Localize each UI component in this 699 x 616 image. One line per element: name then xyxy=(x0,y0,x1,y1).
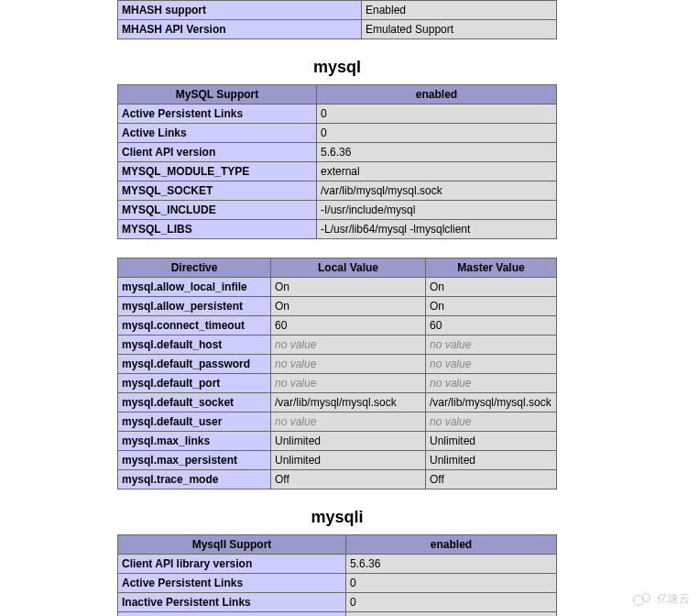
header-cell: enabled xyxy=(317,85,557,104)
watermark-text: 亿速云 xyxy=(657,591,690,607)
header-cell: Master Value xyxy=(426,258,557,278)
table-row: mysql.default_socket/var/lib/mysql/mysql… xyxy=(118,393,557,412)
cell-local: no value xyxy=(271,355,426,374)
mysql-directive-table: Directive Local Value Master Value mysql… xyxy=(117,258,557,490)
table-row: Active Links0 xyxy=(118,124,557,143)
cell-key: mysql.default_host xyxy=(118,336,271,355)
cell-key: mysql.default_password xyxy=(118,355,271,374)
cell-key: Active Persistent Links xyxy=(118,104,317,124)
table-row: mysql.allow_local_infileOnOn xyxy=(118,278,557,297)
cell-key: Client API library version xyxy=(118,555,346,574)
table-row: Active Links0 xyxy=(118,612,557,617)
cell-key: MYSQL_INCLUDE xyxy=(118,201,317,220)
watermark: 亿速云 xyxy=(633,591,690,607)
section-title-mysql: mysql xyxy=(117,58,557,77)
table-row: mysql.allow_persistentOnOn xyxy=(118,297,557,316)
cell-local: 60 xyxy=(271,316,426,336)
table-row: MHASH API Version Emulated Support xyxy=(118,20,557,39)
cell-key: MYSQL_MODULE_TYPE xyxy=(118,162,317,182)
cell-key: mysql.trace_mode xyxy=(118,470,271,490)
header-cell: MySQL Support xyxy=(118,85,317,104)
cell-value: Emulated Support xyxy=(362,20,557,39)
cell-key: Active Links xyxy=(118,612,346,617)
cell-key: mysql.connect_timeout xyxy=(118,316,271,336)
cell-value: Enabled xyxy=(362,1,557,20)
cell-local: no value xyxy=(271,412,426,432)
cell-value: 0 xyxy=(317,104,557,124)
header-cell: Local Value xyxy=(271,258,426,278)
cell-value: 0 xyxy=(346,593,557,612)
cell-key: mysql.max_links xyxy=(118,432,271,451)
cell-key: MHASH support xyxy=(118,1,362,20)
cell-key: MHASH API Version xyxy=(118,20,362,39)
cell-master: On xyxy=(426,297,557,316)
cell-value: 0 xyxy=(346,574,557,593)
section-title-mysqli: mysqli xyxy=(117,508,557,527)
mysql-support-table: MySQL Support enabled Active Persistent … xyxy=(117,84,557,239)
cell-key: mysql.allow_local_infile xyxy=(118,278,271,297)
cell-key: mysql.max_persistent xyxy=(118,451,271,470)
table-row: MYSQL_MODULE_TYPEexternal xyxy=(118,162,557,182)
table-row: mysql.default_portno valueno value xyxy=(118,374,557,393)
cell-local: no value xyxy=(271,336,426,355)
cell-value: -L/usr/lib64/mysql -lmysqlclient xyxy=(317,220,557,239)
table-row: mysql.default_hostno valueno value xyxy=(118,336,557,355)
cell-value: 0 xyxy=(317,124,557,143)
table-row: mysql.connect_timeout6060 xyxy=(118,316,557,336)
cell-local: On xyxy=(271,297,426,316)
cell-key: mysql.default_user xyxy=(118,412,271,432)
table-row: Client API version5.6.36 xyxy=(118,143,557,162)
cell-master: no value xyxy=(426,374,557,393)
cell-master: 60 xyxy=(426,316,557,336)
cell-key: MYSQL_LIBS xyxy=(118,220,317,239)
table-row: MYSQL_LIBS-L/usr/lib64/mysql -lmysqlclie… xyxy=(118,220,557,239)
cell-local: /var/lib/mysql/mysql.sock xyxy=(271,393,426,412)
cell-local: Off xyxy=(271,470,426,490)
cell-master: no value xyxy=(426,412,557,432)
table-row: Client API library version5.6.36 xyxy=(118,555,557,574)
cell-master: Off xyxy=(426,470,557,490)
cell-value: /var/lib/mysql/mysql.sock xyxy=(317,182,557,201)
table-row: mysql.default_userno valueno value xyxy=(118,412,557,432)
table-row: MHASH support Enabled xyxy=(118,1,557,20)
cell-key: Active Links xyxy=(118,124,317,143)
table-row: Active Persistent Links0 xyxy=(118,574,557,593)
mysqli-support-table: MysqlI Support enabled Client API librar… xyxy=(117,534,557,616)
cell-value: -I/usr/include/mysql xyxy=(317,201,557,220)
cell-master: no value xyxy=(426,355,557,374)
table-row: mysql.trace_modeOffOff xyxy=(118,470,557,490)
cell-master: Unlimited xyxy=(426,451,557,470)
cell-master: /var/lib/mysql/mysql.sock xyxy=(426,393,557,412)
cell-master: Unlimited xyxy=(426,432,557,451)
header-cell: Directive xyxy=(118,258,271,278)
table-row: Inactive Persistent Links0 xyxy=(118,593,557,612)
cell-key: mysql.allow_persistent xyxy=(118,297,271,316)
cell-key: Inactive Persistent Links xyxy=(118,593,346,612)
table-row: MYSQL_SOCKET/var/lib/mysql/mysql.sock xyxy=(118,182,557,201)
cell-local: Unlimited xyxy=(271,432,426,451)
cell-key: Client API version xyxy=(118,143,317,162)
cell-master: On xyxy=(426,278,557,297)
cell-key: Active Persistent Links xyxy=(118,574,346,593)
mhash-table: MHASH support Enabled MHASH API Version … xyxy=(117,0,557,39)
cell-value: 0 xyxy=(346,612,557,617)
cell-local: On xyxy=(271,278,426,297)
cell-value: external xyxy=(317,162,557,182)
cell-value: 5.6.36 xyxy=(346,555,557,574)
header-cell: enabled xyxy=(346,535,557,555)
table-row: mysql.max_linksUnlimitedUnlimited xyxy=(118,432,557,451)
cloud-icon xyxy=(633,593,653,606)
table-row: mysql.default_passwordno valueno value xyxy=(118,355,557,374)
cell-master: no value xyxy=(426,336,557,355)
table-row: Active Persistent Links0 xyxy=(118,104,557,124)
header-cell: MysqlI Support xyxy=(118,535,346,555)
cell-value: 5.6.36 xyxy=(317,143,557,162)
cell-key: MYSQL_SOCKET xyxy=(118,182,317,201)
table-row: mysql.max_persistentUnlimitedUnlimited xyxy=(118,451,557,470)
cell-local: Unlimited xyxy=(271,451,426,470)
cell-local: no value xyxy=(271,374,426,393)
cell-key: mysql.default_socket xyxy=(118,393,271,412)
table-row: MYSQL_INCLUDE-I/usr/include/mysql xyxy=(118,201,557,220)
cell-key: mysql.default_port xyxy=(118,374,271,393)
